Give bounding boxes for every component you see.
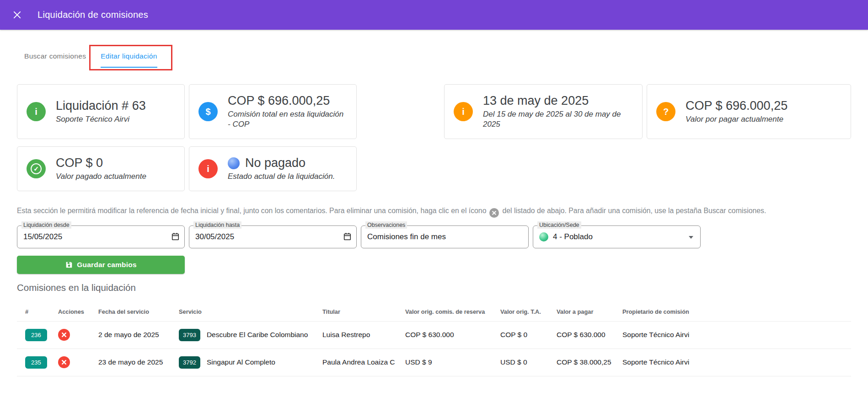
service-date-cell: 23 de mayo de 2025 (94, 349, 174, 376)
delete-x-icon (61, 332, 67, 338)
delete-commission-button[interactable] (58, 329, 70, 341)
field-liquidacion-hasta: Liquidación hasta (189, 225, 357, 248)
description-part1: Esta sección le permitirá modificar la r… (17, 207, 486, 215)
column-header-fecha: Fecha del servicio (94, 301, 174, 322)
location-sphere-icon (539, 232, 548, 241)
delete-icon-inline (489, 208, 499, 218)
service-code-badge: 3793 (179, 329, 200, 341)
liquidacion-hasta-input[interactable] (189, 232, 356, 241)
card-estado-liquidacion: i No pagado Estado actual de la liquidac… (189, 146, 357, 191)
section-title: Comisiones en la liquidación (17, 282, 851, 293)
valor-ta-cell: USD $ 0 (496, 349, 552, 376)
table-row: 236 2 de mayo de 2025 3793 Descubre El C… (17, 321, 851, 349)
table-row: 235 23 de mayo de 2025 3792 Singapur Al … (17, 349, 851, 376)
status-text: No pagado (245, 156, 305, 170)
card-subtitle: Comisión total en esta liquidación - COP (228, 109, 347, 129)
card-title: Liquidación # 63 (56, 99, 146, 113)
card-comision-total: $ COP $ 696.000,25 Comisión total en est… (189, 84, 357, 139)
dollar-icon: $ (198, 102, 218, 121)
app-bar: Liquidación de comisiones (0, 0, 868, 30)
column-header-titular: Titular (318, 301, 401, 322)
card-subtitle: Valor pagado actualmente (56, 172, 146, 182)
info-icon: i (198, 159, 218, 178)
dropdown-caret-icon (689, 236, 693, 239)
delete-x-icon (61, 359, 67, 365)
card-subtitle: Valor por pagar actualmente (686, 114, 788, 124)
tab-buscar-comisiones[interactable]: Buscar comisiones (24, 46, 86, 68)
liquidation-form: Liquidación desde Liquidación hasta (17, 225, 851, 248)
card-subtitle: Estado actual de la liquidación. (228, 172, 335, 182)
ubicacion-select-value: 4 - Poblado (553, 232, 593, 241)
card-subtitle: Soporte Técnico Airvi (56, 114, 146, 124)
service-date-cell: 2 de mayo de 2025 (94, 321, 174, 349)
commission-id-badge: 235 (25, 356, 47, 369)
info-icon: i (454, 102, 473, 121)
close-button[interactable] (10, 8, 24, 22)
service-cell: 3792 Singapur Al Completo (174, 349, 318, 376)
info-icon: i (27, 102, 46, 121)
card-rango-fechas: i 13 de may de 2025 Del 15 de may de 202… (444, 84, 643, 139)
column-header-propietario: Propietario de comisión (618, 301, 851, 322)
save-icon (65, 261, 73, 269)
section-description: Esta sección le permitirá modificar la r… (17, 203, 851, 218)
question-icon: ? (656, 102, 675, 121)
field-observaciones: Observaciones (361, 225, 529, 248)
card-liquidacion-numero: i Liquidación # 63 Soporte Técnico Airvi (17, 84, 185, 139)
field-ubicacion-sede[interactable]: Ubicación/Sede 4 - Poblado (533, 225, 701, 248)
save-button-label: Guardar cambios (77, 261, 137, 269)
card-title: COP $ 0 (56, 156, 146, 170)
valor-reserva-cell: USD $ 9 (401, 349, 496, 376)
valor-ta-cell: COP $ 0 (496, 321, 552, 349)
card-valor-pagado: ✓ COP $ 0 Valor pagado actualmente (17, 146, 185, 191)
save-button[interactable]: Guardar cambios (17, 256, 185, 274)
propietario-cell: Soporte Técnico Airvi (618, 321, 851, 349)
column-header-id: # (17, 301, 54, 322)
status-sphere-icon (228, 157, 240, 169)
valor-pagar-cell: COP $ 38.000,25 (552, 349, 618, 376)
field-label: Observaciones (365, 221, 407, 229)
card-title: No pagado (228, 156, 335, 170)
table-header-row: # Acciones Fecha del servicio Servicio T… (17, 301, 851, 322)
description-part2: del listado de abajo. Para añadir una co… (502, 207, 766, 215)
card-title: COP $ 696.000,25 (686, 99, 788, 113)
column-header-valor-ta: Valor orig. T.A. (496, 301, 552, 322)
commissions-table: # Acciones Fecha del servicio Servicio T… (17, 301, 851, 376)
service-name: Singapur Al Completo (207, 358, 275, 366)
delete-commission-button[interactable] (58, 356, 70, 368)
check-icon: ✓ (27, 159, 46, 178)
observaciones-input[interactable] (361, 232, 528, 241)
service-code-badge: 3792 (179, 356, 200, 369)
card-subtitle: Del 15 de may de 2025 al 30 de may de 20… (483, 109, 629, 129)
page-title: Liquidación de comisiones (38, 10, 148, 20)
column-header-acciones: Acciones (54, 301, 94, 322)
card-valor-por-pagar: ? COP $ 696.000,25 Valor por pagar actua… (647, 84, 851, 139)
tab-editar-liquidacion[interactable]: Editar liquidación (101, 46, 157, 68)
field-label: Ubicación/Sede (537, 221, 581, 229)
valor-reserva-cell: COP $ 630.000 (401, 321, 496, 349)
titular-cell: Paula Andrea Loaiza C (318, 349, 401, 376)
table-body: 236 2 de mayo de 2025 3793 Descubre El C… (17, 321, 851, 376)
commission-id-badge: 236 (25, 329, 47, 341)
propietario-cell: Soporte Técnico Airvi (618, 349, 851, 376)
service-cell: 3793 Descubre El Caribe Colombiano (174, 321, 318, 349)
column-header-valor-pagar: Valor a pagar (552, 301, 618, 322)
summary-cards: i Liquidación # 63 Soporte Técnico Airvi… (17, 84, 851, 191)
tab-bar: Buscar comisiones Editar liquidación (17, 46, 157, 68)
field-label: Liquidación desde (21, 221, 71, 229)
titular-cell: Luisa Restrepo (318, 321, 401, 349)
service-name: Descubre El Caribe Colombiano (207, 331, 308, 339)
calendar-icon[interactable] (343, 232, 352, 241)
card-title: COP $ 696.000,25 (228, 94, 347, 108)
field-liquidacion-desde: Liquidación desde (17, 225, 185, 248)
column-header-servicio: Servicio (174, 301, 318, 322)
column-header-valor-reserva: Valor orig. comis. de reserva (401, 301, 496, 322)
valor-pagar-cell: COP $ 630.000 (552, 321, 618, 349)
card-title: 13 de may de 2025 (483, 94, 629, 108)
field-label: Liquidación hasta (193, 221, 241, 229)
liquidacion-desde-input[interactable] (17, 232, 184, 241)
close-icon (13, 11, 21, 19)
calendar-icon[interactable] (171, 232, 180, 241)
